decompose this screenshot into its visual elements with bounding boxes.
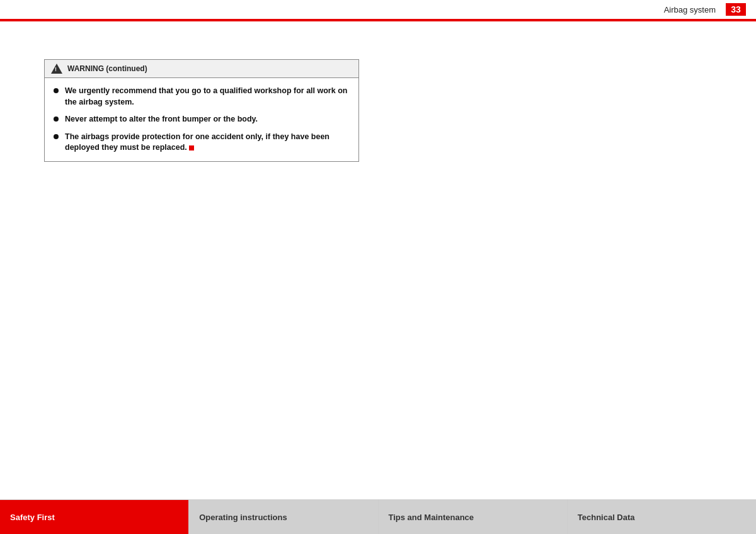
bullet-icon-1 [54,88,59,93]
page-number: 33 [726,3,746,16]
header-title: Airbag system [664,5,716,14]
page-header: Airbag system 33 [0,0,756,20]
nav-tips-maintenance[interactable]: Tips and Maintenance [379,500,568,534]
end-marker [189,145,194,151]
main-content: WARNING (continued) We urgently recommen… [0,21,756,499]
warning-header: WARNING (continued) [45,60,358,78]
warning-body: We urgently recommend that you go to a q… [45,78,358,161]
nav-technical-data-label: Technical Data [578,513,635,522]
nav-technical-data[interactable]: Technical Data [568,500,756,534]
warning-box: WARNING (continued) We urgently recommen… [44,59,359,162]
warning-triangle-icon [51,64,62,74]
nav-operating-instructions[interactable]: Operating instructions [189,500,378,534]
warning-text-1: We urgently recommend that you go to a q… [65,86,350,108]
nav-tips-maintenance-label: Tips and Maintenance [389,513,474,522]
nav-safety-first-label: Safety First [10,513,55,522]
warning-text-2: Never attempt to alter the front bumper … [65,114,350,125]
bullet-icon-3 [54,134,59,139]
nav-safety-first[interactable]: Safety First [0,500,189,534]
warning-item-2: Never attempt to alter the front bumper … [54,114,350,125]
warning-text-3: The airbags provide protection for one a… [65,132,350,154]
warning-title: WARNING (continued) [67,64,147,73]
bottom-navigation: Safety First Operating instructions Tips… [0,499,756,534]
nav-operating-instructions-label: Operating instructions [199,513,287,522]
bullet-icon-2 [54,116,59,122]
warning-item-1: We urgently recommend that you go to a q… [54,86,350,108]
warning-item-3: The airbags provide protection for one a… [54,132,350,154]
